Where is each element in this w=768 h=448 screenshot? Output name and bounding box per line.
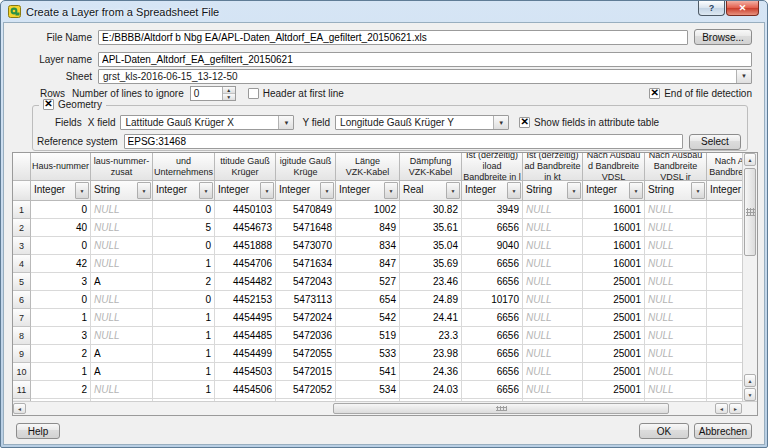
table-cell[interactable]: NULL [91,291,153,309]
table-cell[interactable]: 1 [31,309,91,327]
table-cell[interactable]: 24.03 [400,381,462,399]
layer-name-input[interactable] [98,52,752,67]
dropdown-icon[interactable]: ▼ [384,182,398,199]
titlebar-close-button[interactable]: ✕ [726,1,759,16]
end-of-file-checkbox[interactable]: ✕ [649,88,660,99]
table-cell[interactable]: NULL [523,291,583,309]
titlebar-help-button[interactable]: ? [698,1,725,16]
column-type-combo[interactable]: Integer▼ [31,181,91,201]
scroll-down-button[interactable]: ▼ [744,388,756,401]
y-field-select[interactable]: Longitude Gauß Krüger Y ▼ [335,115,509,130]
table-cell[interactable]: NULL [91,237,153,255]
table-cell[interactable]: 4454495 [215,309,276,327]
row-header[interactable]: 3 [13,237,31,255]
dropdown-icon[interactable]: ▼ [260,182,274,199]
x-field-select[interactable]: Lattitude Gauß Krüger X ▼ [120,115,294,130]
table-cell[interactable]: 4454673 [215,219,276,237]
browse-button[interactable]: Browse... [694,29,752,45]
table-cell[interactable]: 849 [336,219,400,237]
table-cell[interactable]: 834 [336,237,400,255]
table-cell[interactable]: 23.46 [400,273,462,291]
table-cell[interactable]: NULL [645,219,707,237]
table-cell[interactable]: NULL [523,381,583,399]
table-cell[interactable]: 6656 [462,255,523,273]
table-cell[interactable]: 6656 [462,381,523,399]
table-cell[interactable]: 4454503 [215,363,276,381]
table-cell[interactable]: NULL [523,201,583,219]
column-header[interactable]: Dämpfung VZK-Kabel [400,153,462,181]
column-header[interactable]: und Unternehmens [153,153,215,181]
table-cell[interactable]: 1 [153,381,215,399]
column-header[interactable]: igitude Gauß Krüge [276,153,336,181]
table-cell[interactable]: NULL [523,273,583,291]
row-header[interactable]: 6 [13,291,31,309]
table-cell[interactable]: 0 [153,201,215,219]
column-header[interactable]: Nach Ausbau Bandbreite VDSL ir [645,153,707,181]
table-cell[interactable]: 5 [153,219,215,237]
scroll-left-button[interactable]: ◄ [13,403,26,414]
table-cell[interactable]: 24.41 [400,309,462,327]
table-cell[interactable]: NULL [645,273,707,291]
table-cell[interactable]: 9040 [462,237,523,255]
row-header[interactable]: 5 [13,273,31,291]
table-cell[interactable]: NULL [523,309,583,327]
table-cell[interactable]: 3949 [462,201,523,219]
table-cell[interactable]: 5473070 [276,237,336,255]
table-cell[interactable]: 2 [31,345,91,363]
row-header[interactable]: 10 [13,363,31,381]
table-cell[interactable]: 1 [153,345,215,363]
column-type-combo[interactable]: Integer▼ [276,181,336,201]
titlebar[interactable]: Create a Layer from a Spreadsheet File ?… [1,1,767,22]
table-cell[interactable]: 534 [336,381,400,399]
table-cell[interactable]: NULL [523,219,583,237]
table-cell[interactable]: 16001 [583,255,645,273]
table-cell[interactable]: NULL [91,309,153,327]
table-cell[interactable]: 4454506 [215,381,276,399]
table-cell[interactable]: 16001 [583,219,645,237]
table-cell[interactable]: 23.98 [400,345,462,363]
dropdown-icon[interactable]: ▼ [199,182,213,199]
row-header[interactable]: 2 [13,219,31,237]
dropdown-icon[interactable]: ▼ [137,182,151,199]
column-type-combo[interactable]: Integer▼ [707,181,742,201]
row-header[interactable]: 4 [13,255,31,273]
show-fields-checkbox[interactable]: ✕ [519,117,530,128]
spin-up-icon[interactable]: ▲ [223,87,235,94]
table-cell[interactable]: NULL [91,219,153,237]
table-cell[interactable]: 5471648 [276,219,336,237]
dropdown-icon[interactable]: ▼ [446,182,460,199]
table-cell[interactable]: NULL [91,327,153,345]
table-cell[interactable]: 25001 [583,345,645,363]
table-cell[interactable]: 6656 [462,219,523,237]
column-header[interactable]: Ist (derzeitig) iload Bandbreite in l [462,153,523,181]
table-cell[interactable]: 25001 [583,309,645,327]
column-type-combo[interactable]: String▼ [523,181,583,201]
table-cell[interactable]: 1 [153,309,215,327]
table-cell[interactable]: NULL [645,309,707,327]
table-cell[interactable]: 4450103 [215,201,276,219]
column-type-combo[interactable]: Integer▼ [462,181,523,201]
table-cell[interactable]: 847 [336,255,400,273]
table-cell[interactable]: 30.82 [400,201,462,219]
table-cell[interactable]: 4454482 [215,273,276,291]
table-cell[interactable] [707,381,742,399]
table-cell[interactable]: 25001 [583,381,645,399]
table-cell[interactable]: 0 [31,237,91,255]
table-cell[interactable]: 10170 [462,291,523,309]
chevron-down-icon[interactable]: ▼ [736,70,751,83]
table-cell[interactable]: NULL [645,363,707,381]
table-cell[interactable]: 35.61 [400,219,462,237]
sheet-select[interactable]: grst_kls-2016-06-15_13-12-50 ▼ [98,69,752,84]
row-header[interactable]: 11 [13,381,31,399]
row-header[interactable]: 7 [13,309,31,327]
column-type-combo[interactable]: Integer▼ [215,181,276,201]
table-cell[interactable]: 542 [336,309,400,327]
column-header[interactable]: Länge VZK-Kabel [336,153,400,181]
table-cell[interactable]: 0 [153,291,215,309]
table-cell[interactable]: 533 [336,345,400,363]
dropdown-icon[interactable]: ▼ [567,182,581,199]
table-cell[interactable]: 0 [153,237,215,255]
table-cell[interactable]: 5472055 [276,345,336,363]
table-cell[interactable]: 4454706 [215,255,276,273]
table-cell[interactable]: 5473113 [276,291,336,309]
